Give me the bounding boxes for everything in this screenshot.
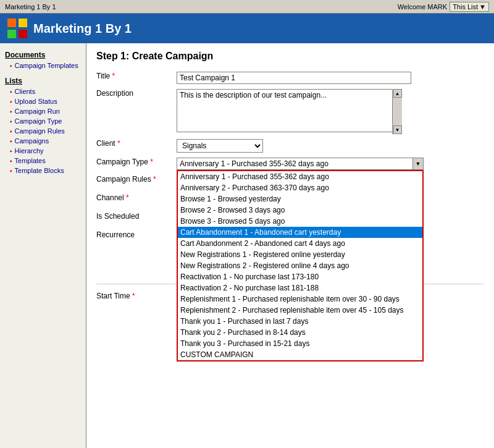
dropdown-item-7[interactable]: New Registrations 1 - Registered online … [178,249,422,260]
sidebar-item-campaign-run[interactable]: Campaign Run [0,106,86,116]
content-area: Step 1: Create Campaign Title * Descript… [86,43,494,448]
campaign-type-dropdown-arrow[interactable]: ▼ [412,158,424,170]
scroll-down-arrow[interactable]: ▼ [393,125,402,134]
dropdown-item-9[interactable]: Reactivation 1 - No purchase last 173-18… [178,271,422,282]
recurrence-label: Recurrence [96,228,177,279]
sidebar-item-campaigns[interactable]: Campaigns [0,136,86,146]
svg-rect-2 [19,19,27,27]
desc-textarea[interactable] [177,89,402,132]
start-time-label: Start Time * [96,289,177,308]
sidebar-item-campaign-rules[interactable]: Campaign Rules [0,126,86,136]
svg-rect-4 [19,30,27,38]
this-list-button[interactable]: This List ▼ [450,2,489,12]
dropdown-item-1[interactable]: Anniversary 2 - Purchased 363-370 days a… [178,182,422,193]
svg-rect-3 [7,30,16,38]
page-heading: Step 1: Create Campaign [96,51,484,62]
sidebar-item-upload-status[interactable]: Upload Status [0,96,86,106]
sidebar-item-template-blocks[interactable]: Template Blocks [0,166,86,175]
sidebar-item-campaign-type[interactable]: Campaign Type [0,116,86,126]
channel-label: Channel * [96,191,177,209]
main-layout: Documents Campaign Templates Lists Clien… [0,43,494,448]
sidebar-item-templates[interactable]: Templates [0,156,86,166]
dropdown-item-8[interactable]: New Registrations 2 - Registered online … [178,260,422,271]
client-label: Client * [96,137,177,155]
desc-label: Description [96,87,177,137]
client-select[interactable]: Signals Signals [177,139,263,153]
top-bar-right: Welcome MARK This List ▼ [398,2,489,12]
app-title: Marketing 1 By 1 [33,22,132,36]
campaign-type-wrapper[interactable]: ▼ Anniversary 1 - Purchased 355-362 days… [177,158,424,170]
form-table: Title * Description ▲ [96,69,484,279]
welcome-text: Welcome MARK [398,3,447,11]
dropdown-item-11[interactable]: Replenishment 1 - Purchased replenishabl… [178,294,422,305]
desc-wrapper: ▲ ▼ [177,89,402,134]
top-bar-title: Marketing 1 By 1 [5,3,56,11]
dropdown-item-3[interactable]: Browse 2 - Browsed 3 days ago [178,205,422,216]
logo-icon [6,17,28,40]
dropdown-item-12[interactable]: Replenishment 2 - Purchased replenishabl… [178,305,422,316]
dropdown-item-0[interactable]: Anniversary 1 - Purchased 355-362 days a… [178,171,422,182]
top-bar: Marketing 1 By 1 Welcome MARK This List … [0,0,494,14]
lists-header: Lists [0,74,86,87]
sidebar-item-campaign-templates[interactable]: Campaign Templates [0,61,86,70]
title-input[interactable] [177,72,411,84]
svg-rect-1 [7,19,16,27]
sidebar: Documents Campaign Templates Lists Clien… [0,43,86,448]
title-label: Title * [96,69,177,87]
sidebar-item-hierarchy[interactable]: Hierarchy [0,146,86,156]
campaign-rules-label: Campaign Rules * [96,172,177,191]
title-required: * [112,72,115,80]
dropdown-item-16[interactable]: CUSTOM CAMPAIGN [178,349,422,360]
dropdown-item-13[interactable]: Thank you 1 - Purchased in last 7 days [178,316,422,327]
campaign-type-input[interactable] [177,158,424,170]
sidebar-item-clients[interactable]: Clients [0,87,86,96]
dropdown-item-14[interactable]: Thank you 2 - Purchased in 8-14 days [178,327,422,338]
is-scheduled-label: Is Scheduled [96,209,177,228]
dropdown-item-6[interactable]: Cart Abandonment 2 - Abandoned cart 4 da… [178,238,422,249]
documents-header: Documents [0,48,86,61]
dropdown-item-10[interactable]: Reactivation 2 - No purchase last 181-18… [178,282,422,294]
scroll-up-arrow[interactable]: ▲ [393,89,402,98]
dropdown-arrow-icon: ▼ [479,3,486,11]
campaign-type-label: Campaign Type * [96,155,177,172]
desc-scrollbar[interactable]: ▲ ▼ [392,89,402,134]
dropdown-item-15[interactable]: Thank you 3 - Purchased in 15-21 days [178,338,422,349]
dropdown-item-4[interactable]: Browse 3 - Browsed 5 days ago [178,216,422,227]
header: Marketing 1 By 1 [0,14,494,43]
dropdown-item-2[interactable]: Browse 1 - Browsed yesterday [178,193,422,205]
dropdown-item-5[interactable]: Cart Abandonment 1 - Abandoned cart yest… [178,227,422,238]
campaign-type-dropdown[interactable]: Anniversary 1 - Purchased 355-362 days a… [177,170,424,361]
